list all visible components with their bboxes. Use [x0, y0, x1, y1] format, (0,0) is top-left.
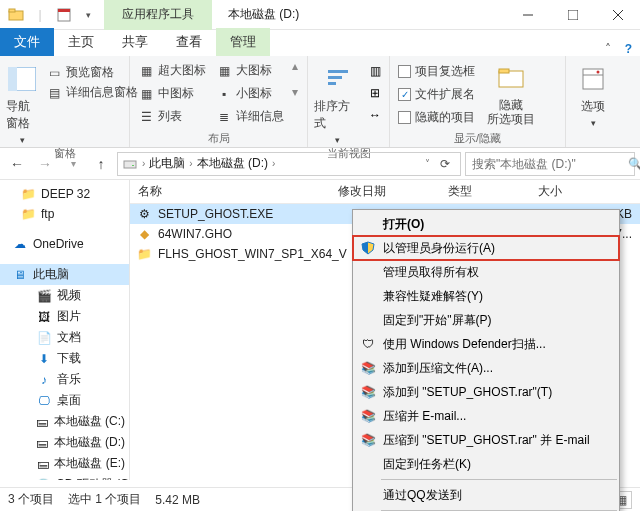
ctx-take-ownership[interactable]: 管理员取得所有权 [353, 260, 619, 284]
layout-details[interactable]: ≣详细信息 [214, 107, 286, 126]
help-icon[interactable]: ? [625, 42, 632, 56]
svg-rect-5 [568, 10, 578, 20]
groupby-icon[interactable]: ▥ [367, 63, 383, 79]
up-button[interactable]: ↑ [89, 152, 113, 176]
tab-home[interactable]: 主页 [54, 28, 108, 56]
addcolumn-icon[interactable]: ⊞ [367, 85, 383, 101]
close-button[interactable] [595, 0, 640, 30]
ctx-compress-rar-email[interactable]: 📚压缩到 "SETUP_GHOST.rar" 并 E-mail [353, 428, 619, 452]
tree-videos[interactable]: 🎬视频 [0, 285, 129, 306]
svg-rect-19 [132, 165, 134, 166]
qat-dropdown-icon[interactable]: ▾ [79, 6, 97, 24]
ctx-open[interactable]: 打开(O) [353, 212, 619, 236]
folder-icon: 📁 [20, 206, 36, 222]
chevron-right-icon[interactable]: › [142, 158, 145, 169]
quick-access-toolbar: | ▾ [0, 6, 104, 24]
ctx-add-rar[interactable]: 📚添加到 "SETUP_GHOST.rar"(T) [353, 380, 619, 404]
tree-drive-c[interactable]: 🖴本地磁盘 (C:) [0, 411, 129, 432]
tree-music[interactable]: ♪音乐 [0, 369, 129, 390]
layout-scroll-up[interactable]: ▴ [292, 59, 298, 73]
ribbon: 导航窗格 ▾ ▭预览窗格 ▤详细信息窗格 窗格 ▦超大图标 ▦中图标 ☰列表 ▦… [0, 56, 640, 148]
details-icon: ≣ [216, 109, 232, 125]
refresh-icon[interactable]: ⟳ [434, 157, 456, 171]
recent-dropdown[interactable]: ▾ [61, 152, 85, 176]
properties-icon[interactable] [55, 6, 73, 24]
ctx-pin-start[interactable]: 固定到"开始"屏幕(P) [353, 308, 619, 332]
ribbon-collapse-icon[interactable]: ˄ [605, 42, 611, 56]
svg-rect-11 [328, 76, 342, 79]
ctx-troubleshoot[interactable]: 兼容性疑难解答(Y) [353, 284, 619, 308]
svg-rect-10 [328, 70, 348, 73]
chevron-right-icon[interactable]: › [189, 158, 192, 169]
layout-xlarge[interactable]: ▦超大图标 [136, 61, 208, 80]
drive-icon [122, 156, 138, 172]
column-headers[interactable]: 名称 修改日期 类型 大小 [130, 180, 640, 204]
chk-hidden-items[interactable]: 隐藏的项目 [396, 108, 477, 127]
ctx-pin-taskbar[interactable]: 固定到任务栏(K) [353, 452, 619, 476]
archive-icon: 📚 [359, 431, 377, 449]
minimize-button[interactable] [505, 0, 550, 30]
options-button[interactable]: 选项 ▾ [572, 59, 614, 128]
group-showhide-label: 显示/隐藏 [396, 130, 559, 147]
tree-downloads[interactable]: ⬇下载 [0, 348, 129, 369]
tree-deep32[interactable]: 📁DEEP 32 [0, 184, 129, 204]
tree-documents[interactable]: 📄文档 [0, 327, 129, 348]
search-icon[interactable]: 🔍 [628, 157, 640, 171]
address-bar: ← → ▾ ↑ › 此电脑 › 本地磁盘 (D:) › ˅ ⟳ 🔍 [0, 148, 640, 180]
sort-button[interactable]: 排序方式 ▾ [314, 59, 361, 145]
forward-button[interactable]: → [33, 152, 57, 176]
maximize-button[interactable] [550, 0, 595, 30]
tab-share[interactable]: 共享 [108, 28, 162, 56]
nav-tree[interactable]: 📁DEEP 32 📁ftp ☁OneDrive 🖥此电脑 🎬视频 🖼图片 📄文档… [0, 180, 130, 480]
ctx-qq-send[interactable]: 通过QQ发送到 [353, 483, 619, 507]
search-box[interactable]: 🔍 [465, 152, 635, 176]
col-size[interactable]: 大小 [530, 183, 640, 200]
tree-pictures[interactable]: 🖼图片 [0, 306, 129, 327]
svg-rect-1 [9, 9, 15, 12]
layout-list[interactable]: ☰列表 [136, 107, 208, 126]
tab-file[interactable]: 文件 [0, 28, 54, 56]
tree-desktop[interactable]: 🖵桌面 [0, 390, 129, 411]
tree-thispc[interactable]: 🖥此电脑 [0, 264, 129, 285]
breadcrumb[interactable]: › 此电脑 › 本地磁盘 (D:) › ˅ ⟳ [117, 152, 461, 176]
details-pane-button[interactable]: ▤详细信息窗格 [44, 83, 140, 102]
ctx-add-archive[interactable]: 📚添加到压缩文件(A)... [353, 356, 619, 380]
col-name[interactable]: 名称 [130, 183, 330, 200]
col-type[interactable]: 类型 [440, 183, 530, 200]
preview-pane-button[interactable]: ▭预览窗格 [44, 63, 140, 82]
tree-ftp[interactable]: 📁ftp [0, 204, 129, 224]
tree-onedrive[interactable]: ☁OneDrive [0, 234, 129, 254]
layout-small[interactable]: ▪小图标 [214, 84, 286, 103]
tree-drive-d[interactable]: 🖴本地磁盘 (D:) [0, 432, 129, 453]
tab-manage[interactable]: 管理 [216, 28, 270, 56]
chk-file-ext[interactable]: ✓文件扩展名 [396, 85, 477, 104]
gho-icon: ◆ [136, 226, 152, 242]
tree-cddrive[interactable]: 💿CD 驱动器 (G:) [0, 474, 129, 480]
tree-drive-e[interactable]: 🖴本地磁盘 (E:) [0, 453, 129, 474]
tab-view[interactable]: 查看 [162, 28, 216, 56]
checkbox-icon [398, 111, 411, 124]
col-date[interactable]: 修改日期 [330, 183, 440, 200]
options-icon [577, 63, 609, 95]
file-name: SETUP_GHOST.EXE [158, 207, 273, 221]
archive-icon: 📚 [359, 359, 377, 377]
chevron-right-icon[interactable]: › [272, 158, 275, 169]
ctx-defender-scan[interactable]: 🛡使用 Windows Defender扫描... [353, 332, 619, 356]
navigation-pane-icon [6, 63, 38, 95]
back-button[interactable]: ← [5, 152, 29, 176]
sizecolumn-icon[interactable]: ↔ [367, 107, 383, 123]
shield-icon [359, 239, 377, 257]
ctx-compress-email[interactable]: 📚压缩并 E-mail... [353, 404, 619, 428]
ctx-run-as-admin[interactable]: 以管理员身份运行(A) [353, 236, 619, 260]
search-input[interactable] [472, 157, 622, 171]
layout-medium[interactable]: ▦中图标 [136, 84, 208, 103]
layout-scroll-down[interactable]: ▾ [292, 85, 298, 99]
address-dropdown-icon[interactable]: ˅ [425, 158, 430, 169]
hide-selected-button[interactable]: 隐藏 所选项目 [483, 59, 539, 127]
crumb-thispc[interactable]: 此电脑 [149, 155, 185, 172]
defender-icon: 🛡 [359, 335, 377, 353]
layout-large[interactable]: ▦大图标 [214, 61, 286, 80]
chk-item-checkboxes[interactable]: 项目复选框 [396, 62, 477, 81]
crumb-drive[interactable]: 本地磁盘 (D:) [197, 155, 268, 172]
navigation-pane-button[interactable]: 导航窗格 ▾ [6, 59, 38, 145]
